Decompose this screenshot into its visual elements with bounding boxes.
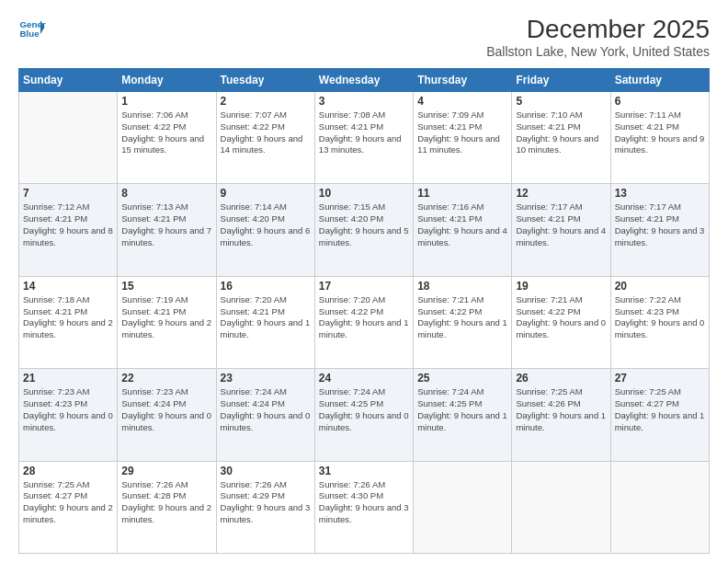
day-number: 8 xyxy=(121,187,211,200)
day-number: 29 xyxy=(121,465,211,477)
calendar-cell: 4Sunrise: 7:09 AMSunset: 4:21 PMDaylight… xyxy=(414,92,512,184)
calendar-week-row: 21Sunrise: 7:23 AMSunset: 4:23 PMDayligh… xyxy=(19,369,710,461)
calendar-cell: 9Sunrise: 7:14 AMSunset: 4:20 PMDaylight… xyxy=(216,184,314,276)
day-info: Sunrise: 7:10 AMSunset: 4:21 PMDaylight:… xyxy=(516,109,606,156)
calendar-cell: 23Sunrise: 7:24 AMSunset: 4:24 PMDayligh… xyxy=(216,369,314,461)
calendar-cell: 19Sunrise: 7:21 AMSunset: 4:22 PMDayligh… xyxy=(512,276,610,368)
day-info: Sunrise: 7:22 AMSunset: 4:23 PMDaylight:… xyxy=(615,294,705,341)
day-info: Sunrise: 7:08 AMSunset: 4:21 PMDaylight:… xyxy=(319,109,409,156)
day-info: Sunrise: 7:14 AMSunset: 4:20 PMDaylight:… xyxy=(221,201,311,248)
calendar-week-row: 1Sunrise: 7:06 AMSunset: 4:22 PMDaylight… xyxy=(19,92,710,184)
calendar-cell: 5Sunrise: 7:10 AMSunset: 4:21 PMDaylight… xyxy=(512,92,610,184)
logo-icon: General Blue xyxy=(18,15,46,42)
day-number: 14 xyxy=(23,280,113,293)
calendar-table: SundayMondayTuesdayWednesdayThursdayFrid… xyxy=(18,68,710,554)
calendar-week-row: 7Sunrise: 7:12 AMSunset: 4:21 PMDaylight… xyxy=(19,184,710,276)
calendar-cell: 2Sunrise: 7:07 AMSunset: 4:22 PMDaylight… xyxy=(216,92,314,184)
day-number: 21 xyxy=(23,372,113,385)
calendar-cell: 13Sunrise: 7:17 AMSunset: 4:21 PMDayligh… xyxy=(610,184,709,276)
day-info: Sunrise: 7:09 AMSunset: 4:21 PMDaylight:… xyxy=(417,109,507,156)
day-info: Sunrise: 7:17 AMSunset: 4:21 PMDaylight:… xyxy=(615,201,705,248)
calendar-cell: 17Sunrise: 7:20 AMSunset: 4:22 PMDayligh… xyxy=(314,276,413,368)
calendar-cell: 29Sunrise: 7:26 AMSunset: 4:28 PMDayligh… xyxy=(118,461,216,553)
calendar-cell: 1Sunrise: 7:06 AMSunset: 4:22 PMDaylight… xyxy=(118,92,216,184)
calendar-cell: 11Sunrise: 7:16 AMSunset: 4:21 PMDayligh… xyxy=(414,184,512,276)
calendar-cell: 8Sunrise: 7:13 AMSunset: 4:21 PMDaylight… xyxy=(118,184,216,276)
day-info: Sunrise: 7:06 AMSunset: 4:22 PMDaylight:… xyxy=(121,109,211,156)
day-info: Sunrise: 7:23 AMSunset: 4:24 PMDaylight:… xyxy=(121,386,211,433)
calendar-cell: 15Sunrise: 7:19 AMSunset: 4:21 PMDayligh… xyxy=(118,276,216,368)
calendar-cell: 18Sunrise: 7:21 AMSunset: 4:22 PMDayligh… xyxy=(414,276,512,368)
day-number: 30 xyxy=(221,465,311,477)
day-number: 5 xyxy=(516,95,606,108)
calendar-cell: 7Sunrise: 7:12 AMSunset: 4:21 PMDaylight… xyxy=(19,184,118,276)
header: General Blue December 2025 Ballston Lake… xyxy=(18,15,710,59)
calendar-cell: 28Sunrise: 7:25 AMSunset: 4:27 PMDayligh… xyxy=(19,461,118,553)
day-number: 10 xyxy=(319,187,409,200)
day-info: Sunrise: 7:25 AMSunset: 4:26 PMDaylight:… xyxy=(516,386,606,433)
calendar-cell: 24Sunrise: 7:24 AMSunset: 4:25 PMDayligh… xyxy=(314,369,413,461)
weekday-header: Wednesday xyxy=(314,69,413,92)
day-number: 18 xyxy=(417,280,507,293)
calendar-cell: 22Sunrise: 7:23 AMSunset: 4:24 PMDayligh… xyxy=(118,369,216,461)
day-info: Sunrise: 7:11 AMSunset: 4:21 PMDaylight:… xyxy=(615,109,705,156)
calendar-cell: 6Sunrise: 7:11 AMSunset: 4:21 PMDaylight… xyxy=(610,92,709,184)
day-number: 6 xyxy=(615,95,705,108)
header-row: SundayMondayTuesdayWednesdayThursdayFrid… xyxy=(19,69,710,92)
calendar-cell xyxy=(19,92,118,184)
calendar-cell xyxy=(414,461,512,553)
day-info: Sunrise: 7:16 AMSunset: 4:21 PMDaylight:… xyxy=(417,201,507,248)
day-number: 25 xyxy=(417,372,507,385)
subtitle: Ballston Lake, New York, United States xyxy=(486,44,710,59)
day-info: Sunrise: 7:12 AMSunset: 4:21 PMDaylight:… xyxy=(23,201,113,248)
day-number: 22 xyxy=(121,372,211,385)
calendar-cell: 26Sunrise: 7:25 AMSunset: 4:26 PMDayligh… xyxy=(512,369,610,461)
calendar-cell: 10Sunrise: 7:15 AMSunset: 4:20 PMDayligh… xyxy=(314,184,413,276)
day-number: 15 xyxy=(121,280,211,293)
day-number: 20 xyxy=(615,280,705,293)
day-number: 26 xyxy=(516,372,606,385)
day-info: Sunrise: 7:24 AMSunset: 4:25 PMDaylight:… xyxy=(319,386,409,433)
day-info: Sunrise: 7:25 AMSunset: 4:27 PMDaylight:… xyxy=(615,386,705,433)
day-info: Sunrise: 7:17 AMSunset: 4:21 PMDaylight:… xyxy=(516,201,606,248)
day-info: Sunrise: 7:13 AMSunset: 4:21 PMDaylight:… xyxy=(121,201,211,248)
main-title: December 2025 xyxy=(486,15,710,44)
title-block: December 2025 Ballston Lake, New York, U… xyxy=(486,15,710,59)
day-number: 4 xyxy=(417,95,507,108)
weekday-header: Thursday xyxy=(414,69,512,92)
calendar-cell: 25Sunrise: 7:24 AMSunset: 4:25 PMDayligh… xyxy=(414,369,512,461)
day-number: 11 xyxy=(417,187,507,200)
day-info: Sunrise: 7:07 AMSunset: 4:22 PMDaylight:… xyxy=(221,109,311,156)
day-number: 13 xyxy=(615,187,705,200)
calendar-cell: 30Sunrise: 7:26 AMSunset: 4:29 PMDayligh… xyxy=(216,461,314,553)
weekday-header: Tuesday xyxy=(216,69,314,92)
calendar-cell: 20Sunrise: 7:22 AMSunset: 4:23 PMDayligh… xyxy=(610,276,709,368)
page: General Blue December 2025 Ballston Lake… xyxy=(0,0,728,563)
weekday-header: Sunday xyxy=(19,69,118,92)
svg-text:Blue: Blue xyxy=(20,29,40,39)
calendar-cell xyxy=(512,461,610,553)
logo: General Blue xyxy=(18,15,46,42)
day-number: 23 xyxy=(221,372,311,385)
day-number: 28 xyxy=(23,465,113,477)
day-number: 24 xyxy=(319,372,409,385)
day-info: Sunrise: 7:23 AMSunset: 4:23 PMDaylight:… xyxy=(23,386,113,433)
calendar-cell: 3Sunrise: 7:08 AMSunset: 4:21 PMDaylight… xyxy=(314,92,413,184)
day-number: 27 xyxy=(615,372,705,385)
calendar-cell xyxy=(610,461,709,553)
calendar-cell: 14Sunrise: 7:18 AMSunset: 4:21 PMDayligh… xyxy=(19,276,118,368)
weekday-header: Monday xyxy=(118,69,216,92)
day-number: 1 xyxy=(121,95,211,108)
day-number: 19 xyxy=(516,280,606,293)
calendar-cell: 27Sunrise: 7:25 AMSunset: 4:27 PMDayligh… xyxy=(610,369,709,461)
day-info: Sunrise: 7:25 AMSunset: 4:27 PMDaylight:… xyxy=(23,479,113,526)
day-info: Sunrise: 7:20 AMSunset: 4:21 PMDaylight:… xyxy=(221,294,311,341)
day-info: Sunrise: 7:15 AMSunset: 4:20 PMDaylight:… xyxy=(319,201,409,248)
day-info: Sunrise: 7:19 AMSunset: 4:21 PMDaylight:… xyxy=(121,294,211,341)
day-info: Sunrise: 7:26 AMSunset: 4:30 PMDaylight:… xyxy=(319,479,409,526)
weekday-header: Friday xyxy=(512,69,610,92)
day-number: 12 xyxy=(516,187,606,200)
day-number: 2 xyxy=(221,95,311,108)
day-number: 3 xyxy=(319,95,409,108)
calendar-cell: 16Sunrise: 7:20 AMSunset: 4:21 PMDayligh… xyxy=(216,276,314,368)
